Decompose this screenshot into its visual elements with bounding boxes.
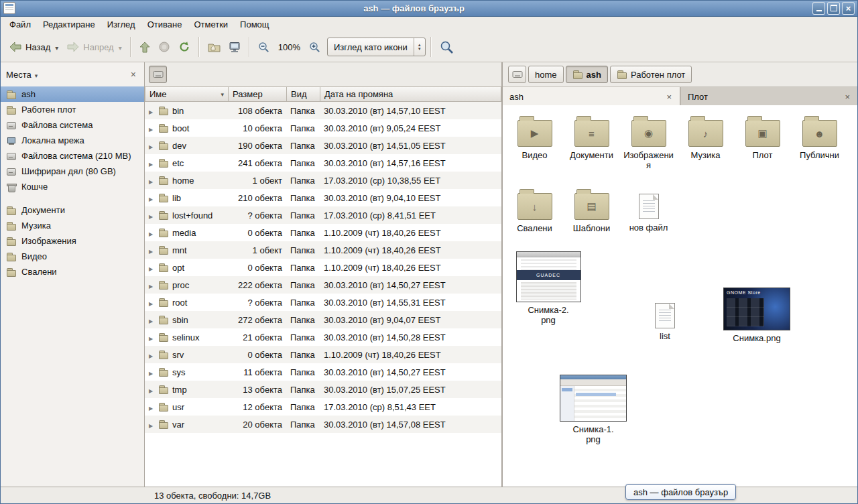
expander-icon[interactable]: [149, 367, 155, 377]
table-row[interactable]: boot 10 обекта Папка 30.03.2010 (вт) 9,0…: [145, 119, 501, 137]
icon-view[interactable]: Видео Документи Изображения: [503, 105, 858, 487]
sidebar-close-icon[interactable]: [129, 69, 138, 80]
sidebar-item[interactable]: Музика: [0, 218, 144, 233]
expander-icon[interactable]: [149, 141, 155, 151]
zoom-out-button[interactable]: [255, 39, 273, 56]
table-row[interactable]: sbin 272 обекта Папка 30.03.2010 (вт) 9,…: [145, 311, 501, 328]
sidebar-item[interactable]: Видео: [0, 249, 144, 264]
table-row[interactable]: mnt 1 обект Папка 1.10.2009 (чт) 18,40,2…: [145, 241, 501, 259]
table-row[interactable]: dev 190 обекта Папка 30.03.2010 (вт) 14,…: [145, 137, 501, 154]
column-header-date[interactable]: Дата на промяна: [320, 86, 501, 102]
table-row[interactable]: selinux 21 обекта Папка 30.03.2010 (вт) …: [145, 328, 501, 346]
menu-item[interactable]: Редактиране: [37, 17, 101, 32]
column-header-type[interactable]: Вид: [287, 86, 320, 102]
table-row[interactable]: opt 0 обекта Папка 1.10.2009 (чт) 18,40,…: [145, 259, 501, 276]
expander-icon[interactable]: [149, 245, 155, 255]
table-row[interactable]: sys 11 обекта Папка 30.03.2010 (вт) 14,5…: [145, 363, 501, 381]
sidebar-item[interactable]: ash: [0, 86, 144, 102]
window-menu-icon[interactable]: [3, 2, 15, 14]
close-button[interactable]: [842, 2, 855, 15]
table-row[interactable]: srv 0 обекта Папка 1.10.2009 (чт) 18,40,…: [145, 346, 501, 363]
tab-desktop[interactable]: Плот: [680, 87, 858, 106]
current-crumb-button[interactable]: ash: [566, 66, 608, 83]
combo-spinner-icons[interactable]: [414, 38, 425, 56]
back-history-chevron-icon[interactable]: [54, 42, 58, 52]
sidebar-item[interactable]: Документи: [0, 202, 144, 218]
table-row[interactable]: media 0 обекта Папка 1.10.2009 (чт) 18,4…: [145, 224, 501, 241]
icon-grid-item[interactable]: Свалени: [506, 188, 563, 233]
home-button[interactable]: [204, 39, 224, 55]
icon-grid-item[interactable]: Публични: [791, 115, 848, 170]
icon-grid-item[interactable]: Музика: [677, 115, 734, 170]
tab-close-icon[interactable]: [843, 92, 851, 102]
expander-icon[interactable]: [149, 280, 155, 290]
zoom-in-button[interactable]: [306, 39, 324, 56]
table-row[interactable]: lost+found ? обекта Папка 17.03.2010 (ср…: [145, 206, 501, 224]
file-item-list[interactable]: list: [644, 297, 686, 341]
table-row[interactable]: root ? обекта Папка 30.03.2010 (вт) 14,5…: [145, 294, 501, 311]
sidebar-item[interactable]: Кошче: [0, 179, 144, 194]
icon-grid-item[interactable]: Шаблони: [563, 188, 620, 233]
expander-icon[interactable]: [149, 420, 155, 430]
expander-icon[interactable]: [149, 350, 155, 360]
expander-icon[interactable]: [149, 106, 155, 116]
expander-icon[interactable]: [149, 228, 155, 238]
forward-button[interactable]: Напред: [63, 39, 125, 55]
maximize-button[interactable]: [827, 2, 840, 15]
image-item-shot2[interactable]: GUADEC Снимка-2.png: [513, 251, 583, 325]
forward-history-chevron-icon[interactable]: [117, 42, 122, 52]
computer-button[interactable]: [225, 39, 244, 56]
expander-icon[interactable]: [149, 193, 155, 203]
menu-item[interactable]: Помощ: [234, 17, 275, 32]
table-row[interactable]: tmp 13 обекта Папка 30.03.2010 (вт) 15,0…: [145, 381, 501, 398]
column-header-size[interactable]: Размер: [229, 86, 287, 102]
up-button[interactable]: [136, 38, 154, 56]
expander-icon[interactable]: [149, 332, 155, 342]
root-crumb-button[interactable]: [508, 66, 526, 83]
icon-grid-item[interactable]: Плот: [734, 115, 791, 170]
expander-icon[interactable]: [149, 123, 155, 133]
table-row[interactable]: usr 12 обекта Папка 17.03.2010 (ср) 8,51…: [145, 398, 501, 416]
image-item-shot1[interactable]: Снимка-1.png: [556, 375, 630, 444]
image-item-shot[interactable]: GNOME Store Снимка.png: [720, 288, 794, 343]
tab-close-icon[interactable]: [665, 92, 673, 102]
sidebar-item[interactable]: Локална мрежа: [0, 133, 144, 148]
home-crumb-button[interactable]: home: [528, 66, 564, 83]
sidebar-title-combo[interactable]: Места: [6, 70, 38, 80]
sidebar-item[interactable]: Шифриран дял (80 GB): [0, 164, 144, 179]
sidebar-item[interactable]: Свалени: [0, 264, 144, 279]
table-row[interactable]: etc 241 обекта Папка 30.03.2010 (вт) 14,…: [145, 154, 501, 172]
titlebar[interactable]: ash — файлов браузър: [0, 0, 858, 17]
table-row[interactable]: home 1 обект Папка 17.03.2010 (ср) 10,38…: [145, 172, 501, 189]
expander-icon[interactable]: [149, 158, 155, 168]
reload-button[interactable]: [175, 38, 194, 56]
icon-grid-item[interactable]: Изображения: [620, 115, 677, 170]
filesystem-crumb-button[interactable]: [149, 66, 167, 83]
menu-item[interactable]: Отиване: [141, 17, 188, 32]
back-button[interactable]: Назад: [5, 39, 62, 55]
expander-icon[interactable]: [149, 298, 155, 308]
sidebar-item[interactable]: Работен плот: [0, 102, 144, 117]
column-header-name[interactable]: Име: [145, 86, 229, 102]
desktop-crumb-button[interactable]: Работен плот: [610, 66, 692, 83]
expander-icon[interactable]: [149, 402, 155, 412]
icon-grid-item[interactable]: Видео: [506, 115, 563, 170]
table-row[interactable]: var 20 обекта Папка 30.03.2010 (вт) 14,5…: [145, 416, 501, 433]
expander-icon[interactable]: [149, 263, 155, 273]
stop-button[interactable]: [155, 38, 174, 56]
table-row[interactable]: proc 222 обекта Папка 30.03.2010 (вт) 14…: [145, 276, 501, 294]
menu-item[interactable]: Отметки: [188, 17, 234, 32]
table-row[interactable]: bin 108 обекта Папка 30.03.2010 (вт) 14,…: [145, 102, 501, 119]
icon-grid-item[interactable]: нов файл: [620, 188, 677, 233]
icon-grid-item[interactable]: Документи: [563, 115, 620, 170]
expander-icon[interactable]: [149, 210, 155, 220]
table-row[interactable]: lib 210 обекта Папка 30.03.2010 (вт) 9,0…: [145, 189, 501, 206]
sidebar-item[interactable]: Файлова система: [0, 117, 144, 133]
sidebar-item[interactable]: Файлова система (210 MB): [0, 148, 144, 164]
expander-icon[interactable]: [149, 385, 155, 395]
minimize-button[interactable]: [812, 2, 825, 15]
expander-icon[interactable]: [149, 315, 155, 325]
tab-ash[interactable]: ash: [503, 87, 680, 106]
view-mode-combo[interactable]: Изглед като икони: [327, 38, 426, 56]
sidebar-item[interactable]: Изображения: [0, 233, 144, 249]
